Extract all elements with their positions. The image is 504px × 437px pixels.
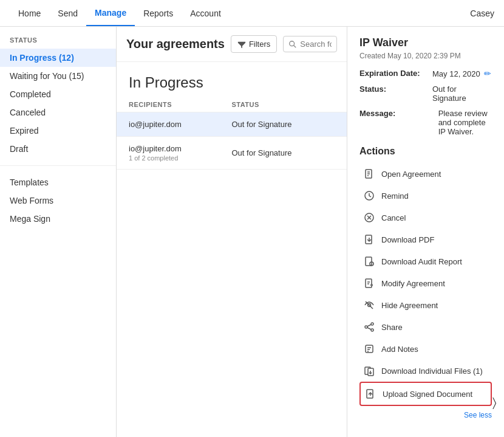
upload-icon xyxy=(364,388,376,400)
content-area: Your agreements Filters In Progress xyxy=(117,27,504,437)
action-remind[interactable]: Remind xyxy=(359,185,492,207)
actions-title: Actions xyxy=(359,146,492,157)
sidebar-item-templates[interactable]: Templates xyxy=(0,173,116,191)
sidebar-item-completed[interactable]: Completed xyxy=(0,85,116,103)
cursor-pointer-indicator: 〉 xyxy=(492,396,497,410)
svg-line-1 xyxy=(294,45,296,47)
download-pdf-icon xyxy=(363,233,375,246)
agreements-header: Your agreements Filters xyxy=(117,27,347,62)
nav-reports[interactable]: Reports xyxy=(135,1,182,26)
nav-manage[interactable]: Manage xyxy=(86,1,135,26)
download-files-icon xyxy=(363,365,375,377)
filter-button[interactable]: Filters xyxy=(231,35,277,53)
remind-icon xyxy=(363,190,375,202)
action-cancel[interactable]: Cancel xyxy=(359,207,492,229)
action-hide[interactable]: Hide Agreement xyxy=(359,294,492,316)
expiration-label: Expiration Date: xyxy=(359,69,432,78)
main-layout: STATUS In Progress (12) Waiting for You … xyxy=(0,27,504,437)
sidebar: STATUS In Progress (12) Waiting for You … xyxy=(0,27,117,437)
see-less-link[interactable]: See less xyxy=(359,406,492,424)
edit-expiration-icon[interactable]: ✏ xyxy=(484,69,491,78)
search-input[interactable] xyxy=(300,40,332,49)
action-label: Hide Agreement xyxy=(381,301,438,310)
row-status: Out for Signature xyxy=(232,148,335,157)
sidebar-item-mega-sign[interactable]: Mega Sign xyxy=(0,210,116,228)
message-field: Message: Please review and complete IP W… xyxy=(359,109,492,136)
status-heading: STATUS xyxy=(0,36,116,49)
action-label: Download PDF xyxy=(381,235,434,244)
action-label: Download Individual Files (1) xyxy=(381,366,483,376)
action-label: Share xyxy=(381,323,403,332)
open-agreement-icon xyxy=(363,168,375,180)
nav-home[interactable]: Home xyxy=(10,1,49,26)
action-label: Upload Signed Document xyxy=(383,390,472,399)
message-label: Message: xyxy=(359,109,432,118)
status-label: Status: xyxy=(359,84,432,94)
nav-send[interactable]: Send xyxy=(49,1,86,26)
action-label: Add Notes xyxy=(381,345,418,354)
status-value: Out for Signature xyxy=(432,84,492,103)
svg-line-24 xyxy=(367,325,371,326)
message-value: Please review and complete IP Waiver. xyxy=(432,109,492,136)
expiration-value: May 12, 2020 ✏ xyxy=(432,69,491,78)
action-download-pdf[interactable]: Download PDF xyxy=(359,229,492,250)
svg-point-15 xyxy=(372,264,372,265)
table-row[interactable]: io@jupiter.dom Out for Signature xyxy=(117,112,347,137)
modify-icon xyxy=(363,277,375,289)
add-notes-icon xyxy=(363,343,375,355)
agreements-panel: Your agreements Filters In Progress xyxy=(117,27,347,437)
agreements-title: Your agreements xyxy=(126,37,225,51)
nav-account[interactable]: Account xyxy=(182,1,230,26)
recipient-info: io@jupiter.dom xyxy=(129,120,232,129)
user-name: Casey xyxy=(470,9,494,18)
action-label: Download Audit Report xyxy=(381,257,462,266)
sidebar-item-expired[interactable]: Expired xyxy=(0,122,116,140)
sidebar-divider xyxy=(0,165,116,166)
audit-report-icon xyxy=(363,255,375,267)
svg-point-21 xyxy=(371,323,373,325)
recipient-email: io@jupiter.dom xyxy=(129,120,232,129)
sidebar-item-waiting[interactable]: Waiting for You (15) xyxy=(0,67,116,85)
recipient-email: io@jupiter.dom xyxy=(129,144,232,153)
recipient-info: io@jupiter.dom 1 of 2 completed xyxy=(129,144,232,162)
status-field: Status: Out for Signature xyxy=(359,84,492,103)
table-row[interactable]: io@jupiter.dom 1 of 2 completed Out for … xyxy=(117,137,347,170)
svg-point-22 xyxy=(371,329,373,331)
col-status-header: STATUS xyxy=(232,101,335,108)
hide-icon xyxy=(363,299,375,311)
action-label: Cancel xyxy=(381,213,406,222)
action-share[interactable]: Share xyxy=(359,316,492,338)
svg-rect-26 xyxy=(366,345,373,353)
svg-point-0 xyxy=(290,41,295,46)
sidebar-item-draft[interactable]: Draft xyxy=(0,140,116,158)
recipient-sub: 1 of 2 completed xyxy=(129,154,232,162)
table-header: RECIPIENTS STATUS xyxy=(117,97,347,112)
row-status: Out for Signature xyxy=(232,120,335,129)
sidebar-item-web-forms[interactable]: Web Forms xyxy=(0,191,116,210)
action-label: Open Agreement xyxy=(381,170,441,179)
sidebar-item-canceled[interactable]: Canceled xyxy=(0,103,116,122)
action-label: Modify Agreement xyxy=(381,279,445,288)
action-download-audit[interactable]: Download Audit Report xyxy=(359,250,492,272)
action-open-agreement[interactable]: Open Agreement xyxy=(359,163,492,185)
svg-point-23 xyxy=(365,326,367,328)
cancel-icon xyxy=(363,212,375,224)
sidebar-item-in-progress[interactable]: In Progress (12) xyxy=(0,49,116,67)
svg-line-25 xyxy=(367,328,371,329)
search-icon xyxy=(288,40,297,49)
search-box[interactable] xyxy=(283,36,337,52)
action-add-notes[interactable]: Add Notes xyxy=(359,338,492,360)
detail-created: Created May 10, 2020 2:39 PM xyxy=(359,52,492,60)
action-download-files[interactable]: Download Individual Files (1) xyxy=(359,360,492,382)
col-recipients-header: RECIPIENTS xyxy=(129,101,232,108)
share-icon xyxy=(363,321,375,333)
filter-icon xyxy=(237,40,246,49)
detail-title: IP Waiver xyxy=(359,36,492,49)
section-title: In Progress xyxy=(117,62,347,97)
action-label: Remind xyxy=(381,191,409,201)
expiration-field: Expiration Date: May 12, 2020 ✏ xyxy=(359,69,492,78)
action-upload-signed[interactable]: Upload Signed Document 〉 xyxy=(359,382,492,406)
detail-panel: IP Waiver Created May 10, 2020 2:39 PM E… xyxy=(347,27,504,437)
action-modify[interactable]: Modify Agreement xyxy=(359,272,492,294)
top-navigation: Home Send Manage Reports Account Casey xyxy=(0,0,504,27)
